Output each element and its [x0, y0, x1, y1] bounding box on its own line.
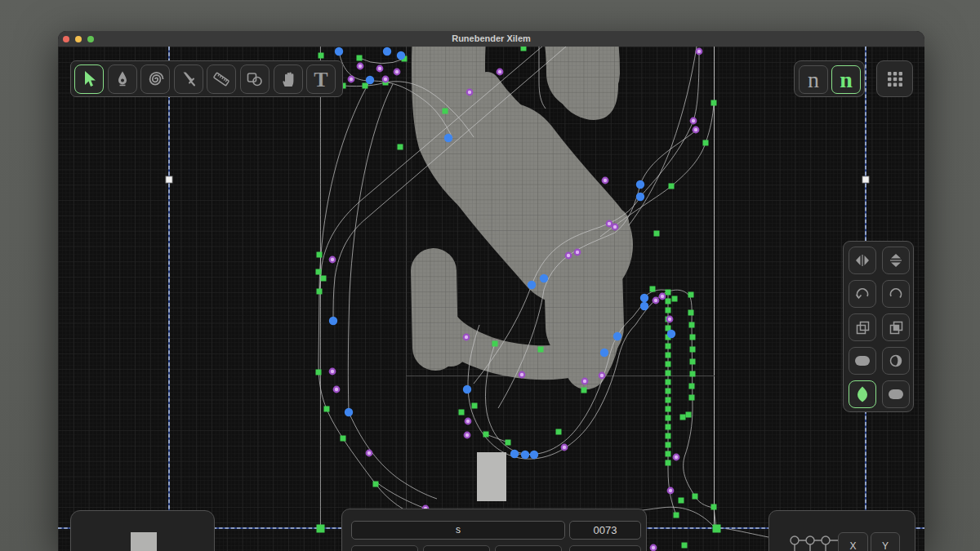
svg-text:T: T — [314, 68, 328, 91]
svg-text:n: n — [840, 68, 853, 92]
svg-text:n: n — [808, 68, 819, 92]
